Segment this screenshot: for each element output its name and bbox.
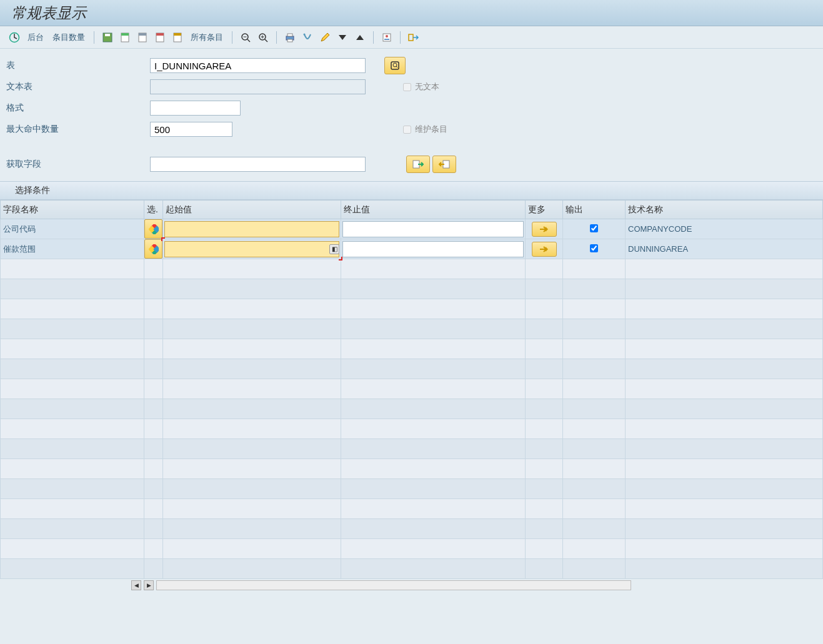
zoom-out-icon[interactable]	[239, 31, 252, 44]
tech-name-text: DUNNINGAREA	[626, 244, 688, 254]
table-row: 公司代码COMPANYCODE	[1, 219, 823, 239]
svg-line-12	[247, 39, 250, 42]
fetch-fields-input[interactable]	[150, 157, 366, 172]
form-area: 表 文本表 无文本 格式 最大命中数量 维护条目 获取字段	[0, 49, 823, 181]
fetch-fields-label: 获取字段	[5, 159, 150, 170]
section-header-label: 选择条件	[15, 185, 50, 196]
separator	[94, 31, 94, 44]
text-table-input	[150, 79, 366, 94]
exit-icon[interactable]	[407, 31, 421, 44]
to-value-input[interactable]	[342, 221, 524, 237]
from-value-input[interactable]	[164, 241, 339, 257]
table-row-empty	[1, 299, 823, 319]
separator	[276, 31, 277, 44]
execute-icon[interactable]	[7, 31, 21, 44]
to-value-input[interactable]	[342, 241, 524, 257]
table-row-empty	[1, 259, 823, 279]
svg-rect-6	[139, 33, 146, 36]
zoom-in-icon[interactable]	[256, 31, 270, 44]
print-icon[interactable]	[283, 31, 297, 44]
title-bar: 常规表显示	[0, 0, 823, 26]
svg-line-15	[265, 39, 267, 42]
scroll-right-icon[interactable]: ▶	[144, 580, 154, 590]
max-hits-input[interactable]	[150, 122, 232, 137]
from-value-input[interactable]	[164, 221, 339, 237]
table-row-empty	[1, 439, 823, 459]
more-button[interactable]	[532, 242, 557, 257]
table-row-empty	[1, 399, 823, 419]
format-label: 格式	[5, 102, 150, 114]
separator	[232, 31, 232, 44]
table-row-empty	[1, 419, 823, 439]
table-row: 催款范围◧DUNNINGAREA	[1, 239, 823, 259]
table-row-empty	[1, 519, 823, 539]
export-button[interactable]	[432, 156, 456, 173]
page-title: 常规表显示	[11, 3, 86, 23]
maintain-entries-label: 维护条目	[415, 124, 447, 135]
doc1-icon[interactable]	[118, 31, 132, 44]
field-name-link[interactable]: 催款范围	[1, 244, 36, 254]
svg-rect-2	[105, 34, 110, 36]
output-checkbox[interactable]	[590, 244, 598, 252]
no-text-label: 无文本	[415, 81, 439, 92]
doc2-icon[interactable]	[136, 31, 149, 44]
tech-name-text: COMPANYCODE	[626, 224, 692, 234]
background-button[interactable]: 后台	[25, 32, 46, 43]
table-row-empty	[1, 479, 823, 499]
col-to[interactable]: 终止值	[341, 201, 526, 219]
toolbar: 后台 条目数量 所有条目	[0, 26, 823, 49]
horizontal-scrollbar[interactable]: ◀ ▶	[0, 579, 823, 592]
maintain-entries-wrap: 维护条目	[403, 124, 447, 135]
col-techname[interactable]: 技术名称	[626, 201, 823, 219]
all-entries-icon[interactable]	[171, 31, 184, 44]
table-row-empty	[1, 379, 823, 399]
max-hits-label: 最大命中数量	[5, 124, 150, 135]
table-row-empty	[1, 559, 823, 579]
svg-rect-19	[287, 34, 292, 36]
maintain-entries-checkbox	[403, 126, 411, 134]
col-fieldname[interactable]: 字段名称	[1, 201, 144, 219]
svg-rect-24	[384, 39, 389, 40]
dropdown-arrow-icon[interactable]	[336, 31, 349, 44]
f4-help-icon[interactable]: ◧	[329, 244, 339, 254]
table-row-empty	[1, 459, 823, 479]
search-table-button[interactable]	[384, 57, 406, 74]
scroll-track[interactable]	[156, 580, 631, 590]
col-from[interactable]: 起始值	[163, 201, 341, 219]
settings-icon[interactable]	[380, 31, 394, 44]
selection-options-button[interactable]	[144, 219, 162, 239]
svg-point-21	[304, 33, 306, 35]
table-row-empty	[1, 279, 823, 299]
up-arrow-icon[interactable]	[353, 31, 367, 44]
doc3-icon[interactable]	[153, 31, 167, 44]
entry-count-button[interactable]: 条目数量	[50, 32, 87, 43]
svg-rect-8	[156, 33, 164, 36]
table-input[interactable]	[150, 58, 366, 73]
no-text-checkbox	[403, 83, 411, 91]
svg-line-28	[396, 66, 397, 67]
all-entries-label[interactable]: 所有条目	[188, 32, 226, 43]
import-button[interactable]	[406, 156, 430, 173]
format-input[interactable]	[150, 101, 241, 116]
save-icon[interactable]	[101, 31, 114, 44]
svg-rect-10	[174, 33, 181, 36]
output-checkbox[interactable]	[590, 224, 598, 232]
table-row-empty	[1, 499, 823, 519]
table-row-empty	[1, 339, 823, 359]
pencil-icon[interactable]	[318, 31, 332, 44]
svg-rect-4	[121, 33, 129, 36]
section-header: 选择条件	[0, 181, 823, 200]
col-output[interactable]: 输出	[563, 201, 626, 219]
selection-table: 字段名称 选. 起始值 终止值 更多 输出 技术名称 公司代码COMPANYCO…	[0, 200, 823, 592]
separator	[400, 31, 401, 44]
field-name-link[interactable]: 公司代码	[1, 224, 36, 234]
selection-options-button[interactable]	[144, 239, 162, 259]
col-selection[interactable]: 选.	[144, 201, 163, 219]
more-button[interactable]	[532, 222, 557, 237]
svg-rect-25	[409, 34, 413, 41]
table-label: 表	[5, 60, 150, 71]
separator	[373, 31, 374, 44]
mail-icon[interactable]	[301, 31, 314, 44]
scroll-left-icon[interactable]: ◀	[131, 580, 141, 590]
col-more[interactable]: 更多	[526, 201, 563, 219]
